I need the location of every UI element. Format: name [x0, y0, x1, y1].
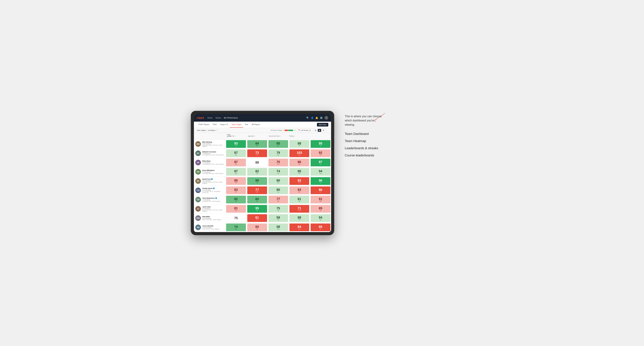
player-info-2[interactable]: EEElliot Ebert1-5 HandicapSunningdale Go… [194, 158, 226, 167]
stat-value: 85 [319, 225, 322, 228]
player-club: Woburn Golf Club, United Kingdom [202, 219, 222, 220]
stat-box: 773▼ [268, 196, 288, 203]
sub-nav-all-players[interactable]: All Players [250, 122, 262, 128]
stat-cell-9-3: 8421▼ [289, 223, 310, 232]
sub-nav-hcaps[interactable]: Hcaps 1-5 [218, 122, 230, 128]
player-info-8[interactable]: MMMatt Miller6-10 HandicapWoburn Golf Cl… [194, 213, 226, 223]
stat-cell-6-4: 913▼ [310, 195, 331, 204]
col-player-quality[interactable]: Player Quality ↕ [195, 133, 228, 139]
bar-green [288, 130, 293, 131]
edit-icon[interactable]: ✎ [216, 130, 218, 131]
stat-value: 91 [319, 197, 322, 201]
table-row: CRChris Robertson✓1-5 HandicapCraigmilla… [194, 195, 331, 204]
avatar: CQ [195, 187, 201, 193]
stat-value: 93 [234, 142, 238, 145]
stat-change: 3▼ [256, 219, 258, 220]
stat-value: 82 [234, 197, 238, 201]
heatmap-view-btn[interactable]: ▦ [318, 129, 321, 132]
player-info-9[interactable]: ANAaron Nicholls11-15 HandicapDrift Golf… [194, 223, 226, 232]
stat-change: 10▲ [277, 228, 280, 230]
sub-nav-pgat[interactable]: PGAT Players [197, 122, 211, 128]
table-row: EEElliot Ebert1-5 HandicapSunningdale Go… [194, 158, 331, 167]
stat-change: 15▲ [298, 154, 301, 156]
stat-value: 85 [234, 179, 238, 182]
stat-cell-8-3: 882▼ [289, 213, 310, 223]
stat-box: 853▼ [226, 177, 246, 185]
search-icon[interactable]: 🔍 [306, 117, 309, 119]
bell-icon[interactable]: 🔔 [315, 117, 318, 119]
player-club: Sunningdale Golf Club, United Kingdom [202, 164, 224, 165]
stat-value: 75 [276, 161, 280, 164]
stat-value: 81 [234, 207, 238, 210]
stat-box: 858▲ [268, 140, 288, 148]
dashboard-option-0: Team Dashboard [345, 132, 390, 136]
stat-cell-1-1: 7311▼ [246, 149, 268, 158]
avatar[interactable]: U [324, 116, 328, 120]
change-bar [284, 130, 293, 131]
table-row: DBDave Billingham1-5 HandicapGog Magog G… [194, 167, 331, 176]
sub-nav-team-clippd[interactable]: Team Clippd [230, 122, 243, 128]
player-info-5[interactable]: CQCharlie Quick✓6-10 HandicapSt. George'… [194, 186, 226, 195]
team-bar: Team Clippd | 14 Players ✎ 20 Round Chan… [194, 128, 331, 133]
col-off-tee[interactable]: Off the Tee ↕ [227, 133, 248, 139]
download-btn[interactable]: ↓ [326, 129, 328, 132]
player-info-7[interactable]: JCJosh Coles1-5 HandicapRoyal North Devo… [194, 204, 226, 213]
stat-cell-5-4: 868▼ [310, 186, 331, 195]
table-row: ECEdward Crossman1-5 HandicapSunningdale… [194, 149, 331, 158]
stat-box: 748▲ [226, 223, 246, 231]
stat-box: 854▼ [310, 223, 330, 231]
last-rounds-button[interactable]: 📅 Last Rounds: 20 [297, 129, 312, 132]
stat-value: 84 [255, 142, 259, 145]
stat-cell-2-4: 975▲ [310, 158, 331, 167]
stat-value: 88 [298, 216, 301, 219]
profile-icon[interactable]: 👤 [311, 117, 314, 119]
stat-value: 83 [298, 179, 301, 182]
player-info-3[interactable]: DBDave Billingham1-5 HandicapGog Magog G… [194, 167, 226, 176]
stat-box: 584▲ [268, 214, 288, 222]
stat-change: 3▼ [320, 154, 322, 156]
player-info-1[interactable]: ECEdward Crossman1-5 HandicapSunningdale… [194, 149, 226, 158]
stat-value: 88 [298, 142, 301, 145]
settings-icon[interactable]: ⚙️ [320, 117, 323, 119]
table-row: ANAaron Nicholls11-15 HandicapDrift Golf… [194, 223, 331, 232]
sub-nav-tour[interactable]: Tour [243, 122, 250, 128]
view-toggle: ⊞ ▦ ☰ ↓ [314, 129, 328, 132]
list-view-btn[interactable]: ☰ [322, 129, 325, 132]
stat-value: 71 [298, 207, 301, 210]
stat-change: 1▲ [278, 191, 279, 192]
stat-box: 882▼ [290, 214, 309, 222]
nav-link-home[interactable]: Home [208, 116, 212, 120]
player-handicap: 1-5 Handicap [202, 208, 224, 209]
team-bar-right: 20 Round Change -5 +5 📅 Last Rounds: 20 [270, 129, 328, 132]
stat-value: 80 [276, 179, 280, 182]
avatar: JC [195, 206, 201, 212]
stat-cell-4-4: 963▲ [310, 176, 331, 185]
grid-view-btn[interactable]: ⊞ [314, 129, 317, 132]
add-team-button[interactable]: Add Team [317, 123, 328, 127]
stat-value: 83 [234, 188, 238, 191]
stat-change: 3▲ [320, 182, 322, 183]
col-approach[interactable]: Approach ↕ [248, 133, 268, 139]
dashboard-option-3: Course leaderboards [345, 154, 390, 157]
player-info-4[interactable]: DFDavid Ford✓Plus HandicapRoyal North De… [194, 176, 226, 185]
stat-box: 823▲ [226, 196, 246, 203]
stat-box: 814▲ [290, 196, 309, 203]
player-handicap: 1-5 Handicap [202, 171, 224, 173]
stat-change: 9▲ [320, 145, 322, 146]
player-info-0[interactable]: BMBlair McHargPlus HandicapRoyal North D… [194, 140, 226, 149]
player-info-6[interactable]: CRChris Robertson✓1-5 HandicapCraigmilla… [194, 195, 226, 204]
table-row: DFDavid Ford✓Plus HandicapRoyal North De… [194, 176, 331, 186]
stat-box: 868▼ [310, 186, 330, 194]
player-name: Aaron Nicholls [202, 225, 220, 227]
sub-nav-pga[interactable]: PGA [211, 122, 218, 128]
nav-link-my-performance[interactable]: My Performance [224, 116, 238, 120]
player-details: Elliot Ebert1-5 HandicapSunningdale Golf… [202, 160, 224, 165]
stat-cell-8-0: 75 [226, 213, 246, 223]
avatar: DB [195, 169, 201, 174]
col-putting[interactable]: Putting ↕ [288, 133, 309, 139]
col-around-green[interactable]: Around the Green ↕ [268, 133, 288, 139]
stat-box: 602▲ [247, 196, 267, 203]
stat-cell-8-2: 584▲ [268, 213, 289, 223]
tablet-screen: clippd Home Teams My Performance 🔍 👤 🔔 ⚙… [194, 114, 331, 232]
nav-link-teams[interactable]: Teams [216, 116, 221, 120]
